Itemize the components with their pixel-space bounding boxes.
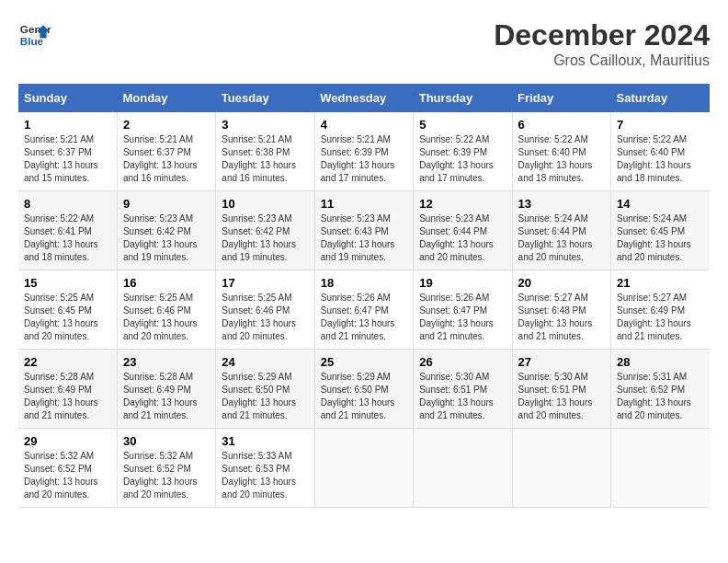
- day-number: 12: [419, 197, 506, 211]
- day-number: 11: [321, 197, 407, 211]
- calendar-cell: 3 Sunrise: 5:21 AM Sunset: 6:38 PM Dayli…: [216, 112, 314, 191]
- day-info: Sunrise: 5:21 AM Sunset: 6:37 PM Dayligh…: [24, 134, 98, 183]
- day-number: 19: [419, 276, 506, 290]
- calendar-week-row: 29 Sunrise: 5:32 AM Sunset: 6:52 PM Dayl…: [18, 429, 710, 508]
- calendar-cell: 31 Sunrise: 5:33 AM Sunset: 6:53 PM Dayl…: [216, 429, 314, 508]
- day-number: 24: [222, 355, 308, 369]
- calendar-cell: 28 Sunrise: 5:31 AM Sunset: 6:52 PM Dayl…: [611, 350, 710, 429]
- calendar-week-row: 8 Sunrise: 5:22 AM Sunset: 6:41 PM Dayli…: [18, 191, 710, 270]
- calendar-cell: 27 Sunrise: 5:30 AM Sunset: 6:51 PM Dayl…: [512, 350, 610, 429]
- day-info: Sunrise: 5:22 AM Sunset: 6:40 PM Dayligh…: [518, 134, 593, 183]
- calendar-header-row: SundayMondayTuesdayWednesdayThursdayFrid…: [18, 84, 710, 112]
- day-number: 9: [123, 197, 210, 211]
- day-info: Sunrise: 5:25 AM Sunset: 6:46 PM Dayligh…: [123, 293, 198, 341]
- calendar-cell: [512, 429, 610, 508]
- calendar-cell: [414, 429, 512, 508]
- day-info: Sunrise: 5:21 AM Sunset: 6:37 PM Dayligh…: [123, 134, 198, 183]
- day-number: 3: [222, 118, 308, 132]
- day-number: 13: [518, 197, 605, 211]
- day-number: 21: [617, 276, 704, 290]
- title-area: December 2024 Gros Cailloux, Mauritius: [494, 18, 710, 69]
- day-number: 1: [24, 118, 111, 132]
- calendar-cell: 10 Sunrise: 5:23 AM Sunset: 6:42 PM Dayl…: [216, 191, 314, 270]
- day-info: Sunrise: 5:33 AM Sunset: 6:53 PM Dayligh…: [222, 451, 296, 500]
- day-number: 2: [123, 118, 210, 132]
- calendar-table: SundayMondayTuesdayWednesdayThursdayFrid…: [18, 84, 710, 508]
- calendar-cell: 29 Sunrise: 5:32 AM Sunset: 6:52 PM Dayl…: [18, 429, 117, 508]
- calendar-cell: 25 Sunrise: 5:29 AM Sunset: 6:50 PM Dayl…: [314, 350, 413, 429]
- day-number: 6: [518, 118, 605, 132]
- day-number: 25: [321, 355, 407, 369]
- calendar-cell: 12 Sunrise: 5:23 AM Sunset: 6:44 PM Dayl…: [414, 191, 512, 270]
- day-number: 23: [123, 355, 210, 369]
- calendar-cell: 17 Sunrise: 5:25 AM Sunset: 6:46 PM Dayl…: [216, 270, 314, 350]
- day-info: Sunrise: 5:23 AM Sunset: 6:42 PM Dayligh…: [222, 213, 296, 262]
- day-info: Sunrise: 5:25 AM Sunset: 6:45 PM Dayligh…: [24, 293, 98, 341]
- day-info: Sunrise: 5:28 AM Sunset: 6:49 PM Dayligh…: [24, 372, 98, 420]
- day-info: Sunrise: 5:32 AM Sunset: 6:52 PM Dayligh…: [24, 451, 98, 500]
- header-sunday: Sunday: [18, 84, 117, 112]
- calendar-cell: [314, 429, 413, 508]
- day-info: Sunrise: 5:26 AM Sunset: 6:47 PM Dayligh…: [419, 293, 494, 341]
- logo-icon: General Blue: [18, 18, 51, 52]
- calendar-week-row: 22 Sunrise: 5:28 AM Sunset: 6:49 PM Dayl…: [18, 350, 710, 429]
- day-info: Sunrise: 5:30 AM Sunset: 6:51 PM Dayligh…: [518, 372, 593, 420]
- day-number: 30: [123, 434, 210, 448]
- day-number: 15: [24, 276, 111, 290]
- day-info: Sunrise: 5:30 AM Sunset: 6:51 PM Dayligh…: [419, 372, 494, 420]
- calendar-cell: 6 Sunrise: 5:22 AM Sunset: 6:40 PM Dayli…: [512, 112, 610, 191]
- calendar-cell: 13 Sunrise: 5:24 AM Sunset: 6:44 PM Dayl…: [512, 191, 610, 270]
- day-number: 5: [419, 118, 506, 132]
- calendar-cell: 14 Sunrise: 5:24 AM Sunset: 6:45 PM Dayl…: [611, 191, 710, 270]
- day-info: Sunrise: 5:23 AM Sunset: 6:44 PM Dayligh…: [419, 213, 494, 262]
- calendar-cell: 8 Sunrise: 5:22 AM Sunset: 6:41 PM Dayli…: [18, 191, 117, 270]
- day-info: Sunrise: 5:21 AM Sunset: 6:39 PM Dayligh…: [321, 134, 395, 183]
- day-number: 17: [222, 276, 308, 290]
- day-info: Sunrise: 5:24 AM Sunset: 6:45 PM Dayligh…: [617, 213, 691, 262]
- header-saturday: Saturday: [611, 84, 710, 112]
- day-info: Sunrise: 5:28 AM Sunset: 6:49 PM Dayligh…: [123, 372, 198, 420]
- day-info: Sunrise: 5:23 AM Sunset: 6:43 PM Dayligh…: [321, 213, 395, 262]
- day-number: 16: [123, 276, 210, 290]
- day-number: 10: [222, 197, 308, 211]
- calendar-cell: 22 Sunrise: 5:28 AM Sunset: 6:49 PM Dayl…: [18, 350, 117, 429]
- header-monday: Monday: [117, 84, 215, 112]
- day-number: 8: [24, 197, 111, 211]
- day-info: Sunrise: 5:27 AM Sunset: 6:49 PM Dayligh…: [617, 293, 691, 341]
- calendar-cell: 18 Sunrise: 5:26 AM Sunset: 6:47 PM Dayl…: [314, 270, 413, 350]
- day-info: Sunrise: 5:22 AM Sunset: 6:39 PM Dayligh…: [419, 134, 494, 183]
- calendar-cell: 9 Sunrise: 5:23 AM Sunset: 6:42 PM Dayli…: [117, 191, 215, 270]
- day-info: Sunrise: 5:31 AM Sunset: 6:52 PM Dayligh…: [617, 372, 691, 420]
- calendar-cell: 15 Sunrise: 5:25 AM Sunset: 6:45 PM Dayl…: [18, 270, 117, 350]
- calendar-cell: 20 Sunrise: 5:27 AM Sunset: 6:48 PM Dayl…: [512, 270, 610, 350]
- day-info: Sunrise: 5:26 AM Sunset: 6:47 PM Dayligh…: [321, 293, 395, 341]
- day-info: Sunrise: 5:22 AM Sunset: 6:41 PM Dayligh…: [24, 213, 98, 262]
- location-subtitle: Gros Cailloux, Mauritius: [494, 52, 710, 69]
- day-info: Sunrise: 5:23 AM Sunset: 6:42 PM Dayligh…: [123, 213, 198, 262]
- day-number: 31: [222, 434, 308, 448]
- day-number: 4: [321, 118, 407, 132]
- day-number: 20: [518, 276, 605, 290]
- day-info: Sunrise: 5:22 AM Sunset: 6:40 PM Dayligh…: [617, 134, 691, 183]
- day-number: 28: [617, 355, 704, 369]
- calendar-cell: 1 Sunrise: 5:21 AM Sunset: 6:37 PM Dayli…: [18, 112, 117, 191]
- calendar-cell: 16 Sunrise: 5:25 AM Sunset: 6:46 PM Dayl…: [117, 270, 215, 350]
- calendar-week-row: 1 Sunrise: 5:21 AM Sunset: 6:37 PM Dayli…: [18, 112, 710, 191]
- calendar-cell: 5 Sunrise: 5:22 AM Sunset: 6:39 PM Dayli…: [414, 112, 512, 191]
- day-number: 14: [617, 197, 704, 211]
- day-info: Sunrise: 5:21 AM Sunset: 6:38 PM Dayligh…: [222, 134, 296, 183]
- day-number: 26: [419, 355, 506, 369]
- calendar-cell: 7 Sunrise: 5:22 AM Sunset: 6:40 PM Dayli…: [611, 112, 710, 191]
- calendar-cell: 4 Sunrise: 5:21 AM Sunset: 6:39 PM Dayli…: [314, 112, 413, 191]
- calendar-cell: 23 Sunrise: 5:28 AM Sunset: 6:49 PM Dayl…: [117, 350, 215, 429]
- calendar-cell: 24 Sunrise: 5:29 AM Sunset: 6:50 PM Dayl…: [216, 350, 314, 429]
- calendar-cell: 30 Sunrise: 5:32 AM Sunset: 6:52 PM Dayl…: [117, 429, 215, 508]
- day-info: Sunrise: 5:29 AM Sunset: 6:50 PM Dayligh…: [222, 372, 296, 420]
- day-info: Sunrise: 5:24 AM Sunset: 6:44 PM Dayligh…: [518, 213, 593, 262]
- day-number: 22: [24, 355, 111, 369]
- calendar-cell: 2 Sunrise: 5:21 AM Sunset: 6:37 PM Dayli…: [117, 112, 215, 191]
- calendar-week-row: 15 Sunrise: 5:25 AM Sunset: 6:45 PM Dayl…: [18, 270, 710, 350]
- main-title: December 2024: [494, 18, 710, 52]
- header-tuesday: Tuesday: [216, 84, 314, 112]
- calendar-cell: 19 Sunrise: 5:26 AM Sunset: 6:47 PM Dayl…: [414, 270, 512, 350]
